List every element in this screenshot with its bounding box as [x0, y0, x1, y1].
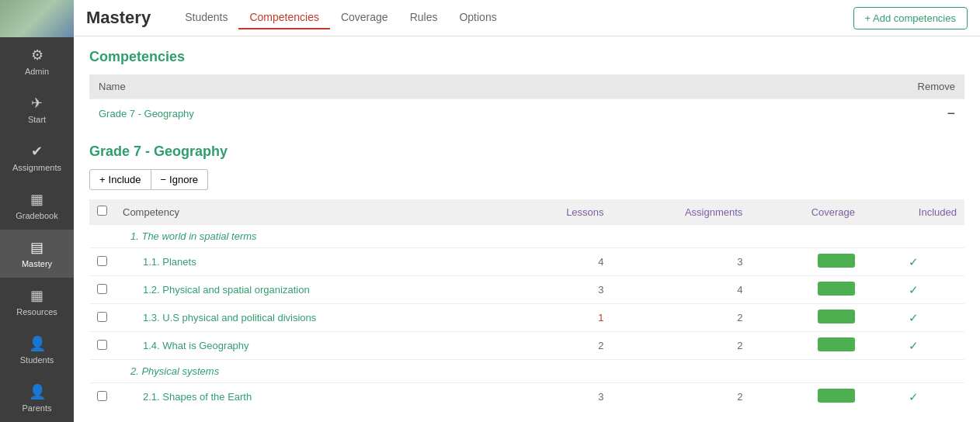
mastery-icon: ▤: [30, 239, 43, 256]
lessons-value: 1: [511, 304, 612, 332]
coverage-bar: [818, 254, 855, 268]
sidebar-item-mastery[interactable]: ▤ Mastery: [0, 230, 74, 278]
sidebar-item-admin[interactable]: ⚙ Admin: [0, 37, 74, 85]
select-all-checkbox[interactable]: [97, 206, 107, 216]
sidebar-item-resources[interactable]: ▦ Resources: [0, 278, 74, 326]
assignments-value: 4: [612, 276, 751, 304]
category-checkbox-cell: [89, 360, 115, 383]
item-name: 2.1. Shapes of the Earth: [115, 383, 511, 411]
row-checkbox[interactable]: [97, 312, 107, 322]
checkmark-icon: ✓: [909, 339, 919, 352]
minus-icon: −: [161, 174, 167, 185]
user-avatar: [0, 0, 74, 37]
row-checkbox[interactable]: [97, 284, 107, 294]
competency-name-cell[interactable]: Grade 7 - Geography: [89, 99, 676, 129]
tab-options[interactable]: Options: [448, 6, 507, 29]
include-button[interactable]: + Include: [89, 169, 151, 190]
coverage-bar-cell: [750, 248, 863, 276]
row-checkbox-cell[interactable]: [89, 383, 115, 411]
gradebook-icon: ▦: [30, 191, 43, 208]
topbar-tabs: Students Competencies Coverage Rules Opt…: [174, 6, 837, 29]
row-checkbox[interactable]: [97, 391, 107, 401]
category-name: 2. Physical systems: [115, 360, 964, 383]
page-title: Mastery: [86, 8, 151, 28]
parents-icon: 👤: [29, 383, 46, 400]
included-checkmark: ✓: [863, 304, 964, 332]
include-label: Include: [109, 174, 141, 185]
content-area: Competencies Name Remove Grade 7 - Geogr…: [74, 36, 980, 422]
sidebar-item-assignments[interactable]: ✔ Assignments: [0, 133, 74, 182]
checkmark-icon: ✓: [909, 311, 919, 324]
row-checkbox-cell[interactable]: [89, 304, 115, 332]
table-row: 1.4. What is Geography 2 2 ✓: [89, 332, 964, 360]
detail-table: Competency Lessons Assignments Coverage …: [89, 199, 964, 410]
assignments-value: 2: [612, 383, 751, 411]
table-row: 1.2. Physical and spatial organization 3…: [89, 276, 964, 304]
assignments-column-header: Assignments: [612, 199, 751, 225]
item-name: 1.4. What is Geography: [115, 332, 511, 360]
sidebar-label-start: Start: [28, 115, 46, 124]
item-name: 1.3. U.S physical and political division…: [115, 304, 511, 332]
included-checkmark: ✓: [863, 248, 964, 276]
assignments-value: 3: [612, 248, 751, 276]
sidebar-label-parents: Parents: [23, 403, 52, 413]
sidebar-item-gradebook[interactable]: ▦ Gradebook: [0, 182, 74, 230]
sidebar-item-parents[interactable]: 👤 Parents: [0, 374, 74, 422]
sidebar: ⚙ Admin ✈ Start ✔ Assignments ▦ Gradeboo…: [0, 0, 74, 422]
competencies-section-title: Competencies: [89, 49, 964, 65]
checkmark-icon: ✓: [909, 255, 919, 268]
sidebar-label-assignments: Assignments: [12, 163, 61, 172]
category-name: 1. The world in spatial terms: [115, 225, 964, 248]
row-checkbox-cell[interactable]: [89, 332, 115, 360]
topbar: Mastery Students Competencies Coverage R…: [74, 0, 980, 36]
remove-column-header: Remove: [676, 74, 964, 99]
ignore-button[interactable]: − Ignore: [151, 169, 208, 190]
sidebar-item-start[interactable]: ✈ Start: [0, 85, 74, 133]
lessons-value: 3: [511, 276, 612, 304]
resources-icon: ▦: [30, 287, 43, 304]
item-name: 1.1. Planets: [115, 248, 511, 276]
table-row: 2.1. Shapes of the Earth 3 2 ✓: [89, 383, 964, 411]
table-row: 1.1. Planets 4 3 ✓: [89, 248, 964, 276]
tab-coverage[interactable]: Coverage: [330, 6, 399, 29]
coverage-column-header: Coverage: [750, 199, 863, 225]
sidebar-item-students[interactable]: 👤 Students: [0, 326, 74, 374]
coverage-bar-cell: [750, 304, 863, 332]
included-checkmark: ✓: [863, 276, 964, 304]
grade-section-title: Grade 7 - Geography: [89, 144, 964, 160]
coverage-bar-cell: [750, 383, 863, 411]
table-row: Grade 7 - Geography −: [89, 99, 964, 129]
sidebar-label-gradebook: Gradebook: [16, 211, 57, 220]
start-icon: ✈: [31, 95, 43, 112]
row-checkbox-cell[interactable]: [89, 248, 115, 276]
coverage-bar: [818, 389, 855, 403]
name-column-header: Name: [89, 74, 676, 99]
coverage-bar: [818, 282, 855, 296]
remove-button[interactable]: −: [676, 99, 964, 129]
included-checkmark: ✓: [863, 383, 964, 411]
tab-competencies[interactable]: Competencies: [238, 6, 330, 29]
lessons-value: 3: [511, 383, 612, 411]
lessons-value: 4: [511, 248, 612, 276]
check-all-header: [89, 199, 115, 225]
row-checkbox[interactable]: [97, 256, 107, 266]
item-name: 1.2. Physical and spatial organization: [115, 276, 511, 304]
tab-students[interactable]: Students: [174, 6, 238, 29]
category-row: 2. Physical systems: [89, 360, 964, 383]
main-content: Mastery Students Competencies Coverage R…: [74, 0, 980, 422]
coverage-bar: [818, 337, 855, 351]
coverage-bar-cell: [750, 276, 863, 304]
lessons-value: 2: [511, 332, 612, 360]
row-checkbox-cell[interactable]: [89, 276, 115, 304]
students-icon: 👤: [29, 335, 46, 352]
sidebar-label-admin: Admin: [25, 67, 49, 76]
included-column-header: Included: [863, 199, 964, 225]
sidebar-label-resources: Resources: [16, 307, 57, 316]
row-checkbox[interactable]: [97, 340, 107, 350]
add-competencies-button[interactable]: + Add competencies: [853, 7, 968, 29]
coverage-bar-cell: [750, 332, 863, 360]
coverage-bar: [818, 310, 855, 323]
checkmark-icon: ✓: [909, 283, 919, 296]
sidebar-label-mastery: Mastery: [22, 259, 52, 268]
tab-rules[interactable]: Rules: [399, 6, 449, 29]
